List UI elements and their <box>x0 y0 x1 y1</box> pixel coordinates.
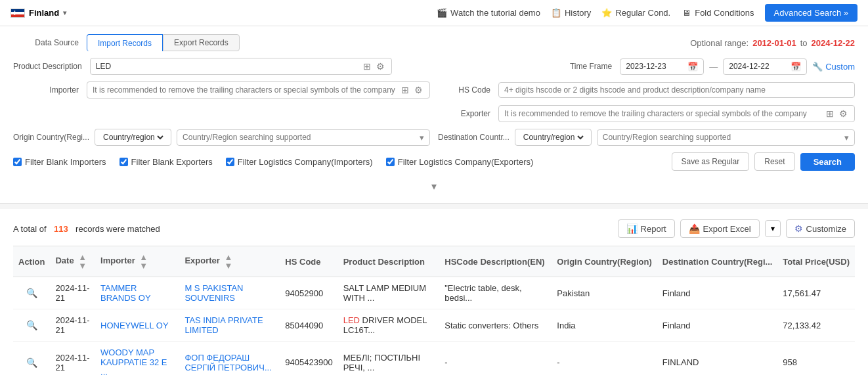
table-actions: 📊 Report 📤 Export Excel ▾ ⚙ Customize <box>618 219 855 238</box>
hscode-cell: 85044090 <box>280 309 337 342</box>
destination-search-input[interactable] <box>603 133 842 142</box>
importer-cell[interactable]: HONEYWELL OY <box>95 309 179 342</box>
calendar-from-icon[interactable]: 📅 <box>687 62 698 72</box>
country-selector[interactable]: Finland ▾ <box>11 8 66 18</box>
origin-dropdown-icon[interactable]: ▾ <box>420 133 424 143</box>
product-desc-scan-icon[interactable]: ⊞ <box>362 61 372 72</box>
action-cell[interactable]: 🔍 <box>13 309 50 342</box>
date-cell: 2024-11-21 <box>50 309 95 342</box>
report-button[interactable]: 📊 Report <box>618 219 675 238</box>
exporter-cell[interactable]: TAS INDIA PRIVATE LIMITED <box>179 309 280 342</box>
top-nav-right: 🎬 Watch the tutorial demo 📋 History ⭐ Re… <box>437 4 857 22</box>
timeframe-to-input[interactable] <box>729 62 788 71</box>
export-excel-button[interactable]: 📤 Export Excel <box>680 219 760 238</box>
exporter-cell[interactable]: M S PAKISTAN SOUVENIRS <box>179 277 280 309</box>
exporter-settings-icon[interactable]: ⚙ <box>838 108 849 119</box>
row-search-icon[interactable]: 🔍 <box>26 320 37 330</box>
range-from: 2012-01-01 <box>752 38 796 48</box>
hscode-row: HS Code <box>438 82 855 98</box>
row-hscode: Importer ⊞ ⚙ HS Code <box>13 81 855 99</box>
filter-logistics-exporters-checkbox[interactable]: Filter Logistics Company(Exporters) <box>386 157 534 167</box>
destination-type-select[interactable]: Country/region <box>521 132 586 143</box>
collapse-row: ▾ <box>13 177 855 195</box>
action-cell[interactable]: 🔍 <box>13 342 50 382</box>
search-area: Data Source Import Records Export Record… <box>0 26 868 204</box>
product-desc-input[interactable] <box>96 62 359 71</box>
importer-input[interactable] <box>93 85 397 95</box>
fold-conditions-link[interactable]: 🖥 Fold Conditions <box>681 8 754 18</box>
exporter-input-wrap: ⊞ ⚙ <box>498 105 855 122</box>
customize-button[interactable]: ⚙ Customize <box>786 219 855 238</box>
row-search-icon[interactable]: 🔍 <box>26 357 37 368</box>
regular-cond-link[interactable]: ⭐ Regular Cond. <box>601 8 670 18</box>
row-filters-actions: Filter Blank Importers Filter Blank Expo… <box>13 152 855 171</box>
col-exporter[interactable]: Exporter ▲▼ <box>179 246 280 277</box>
data-source-label: Data Source <box>13 38 79 47</box>
reset-button[interactable]: Reset <box>754 152 794 171</box>
destination-search-wrap: ▾ <box>597 129 855 146</box>
product-desc-label: Product Description <box>13 62 82 71</box>
hscode-desc-cell: Static converters: Others <box>439 309 552 342</box>
advanced-search-button[interactable]: Advanced Search » <box>765 4 857 22</box>
tutorial-link[interactable]: 🎬 Watch the tutorial demo <box>437 8 540 18</box>
origin-type-select[interactable]: Country/region <box>100 132 165 143</box>
filter-logistics-importers-checkbox[interactable]: Filter Logistics Company(Importers) <box>226 157 373 167</box>
star-icon: ⭐ <box>601 8 612 18</box>
filter-blank-exporters-checkbox[interactable]: Filter Blank Exporters <box>119 157 213 167</box>
export-dropdown-button[interactable]: ▾ <box>765 220 781 237</box>
custom-link[interactable]: 🔧 Custom <box>812 62 855 72</box>
exporter-input[interactable] <box>504 109 822 118</box>
col-destination: Destination Country(Regi... <box>657 246 778 277</box>
hs-code-input[interactable] <box>504 85 849 95</box>
importer-cell[interactable]: TAMMER BRANDS OY <box>95 277 179 309</box>
hscode-desc-cell: "Electric table, desk, bedsi... <box>439 277 552 309</box>
importer-label: Importer <box>13 85 79 95</box>
destination-type-select-wrap[interactable]: Country/region <box>515 129 592 146</box>
exporter-row: Exporter ⊞ ⚙ <box>438 105 855 122</box>
origin-cell: India <box>552 309 657 342</box>
origin-search-wrap: ▾ <box>177 129 430 146</box>
save-as-regular-button[interactable]: Save as Regular <box>672 152 750 171</box>
play-icon: 🎬 <box>437 8 447 18</box>
chevron-down-icon: ▾ <box>63 9 66 16</box>
origin-cell: - <box>552 342 657 382</box>
col-date[interactable]: Date ▲▼ <box>50 246 95 277</box>
col-total-price: Total Price(USD) <box>777 246 855 277</box>
custom-icon: 🔧 <box>812 62 823 72</box>
product-desc-input-wrap: ⊞ ⚙ <box>90 58 392 75</box>
col-importer[interactable]: Importer ▲▼ <box>95 246 179 277</box>
importer-input-wrap: ⊞ ⚙ <box>87 81 430 99</box>
timeframe-from-input[interactable] <box>626 62 685 71</box>
fold-icon: 🖥 <box>681 8 691 18</box>
col-hscode: HS Code <box>280 246 337 277</box>
table-header-row: Action Date ▲▼ Importer ▲▼ Exporter ▲▼ H… <box>13 246 855 277</box>
filter-blank-importers-checkbox[interactable]: Filter Blank Importers <box>13 157 106 167</box>
importer-scan-icon[interactable]: ⊞ <box>400 85 410 95</box>
search-button[interactable]: Search <box>800 153 855 171</box>
data-source-tabs: Import Records Export Records <box>87 34 240 51</box>
range-to: 2024-12-22 <box>812 38 856 48</box>
history-link[interactable]: 📋 History <box>551 8 591 18</box>
history-icon: 📋 <box>551 8 561 18</box>
importer-cell[interactable]: WOODY MAP KAUPPATIE 32 E ... <box>95 342 179 382</box>
origin-type-select-wrap[interactable]: Country/region <box>95 129 171 146</box>
product-desc-settings-icon[interactable]: ⚙ <box>375 61 386 72</box>
match-text: A total of 113 records were matched <box>13 223 160 234</box>
exporter-cell[interactable]: ФОП ФЕДОРАШ СЕРГІЙ ПЕТРОВИЧ... <box>179 342 280 382</box>
destination-dropdown-icon[interactable]: ▾ <box>844 133 849 143</box>
export-records-tab[interactable]: Export Records <box>163 34 240 51</box>
collapse-button[interactable]: ▾ <box>431 180 437 192</box>
origin-search-input[interactable] <box>183 133 417 142</box>
results-table: Action Date ▲▼ Importer ▲▼ Exporter ▲▼ H… <box>13 246 855 381</box>
row-search-icon[interactable]: 🔍 <box>26 288 37 298</box>
calendar-to-icon[interactable]: 📅 <box>791 62 801 72</box>
origin-cell: Pakistan <box>552 277 657 309</box>
timeframe-from-wrap: 📅 <box>620 58 704 75</box>
importer-settings-icon[interactable]: ⚙ <box>413 85 424 95</box>
table-row: 🔍2024-11-21WOODY MAP KAUPPATIE 32 E ...Ф… <box>13 342 855 382</box>
exporter-scan-icon[interactable]: ⊞ <box>825 108 835 119</box>
timeframe-inputs: 📅 — 📅 🔧 Custom <box>620 58 855 75</box>
table-body: 🔍2024-11-21TAMMER BRANDS OYM S PAKISTAN … <box>13 277 855 382</box>
import-records-tab[interactable]: Import Records <box>87 34 163 51</box>
action-cell[interactable]: 🔍 <box>13 277 50 309</box>
